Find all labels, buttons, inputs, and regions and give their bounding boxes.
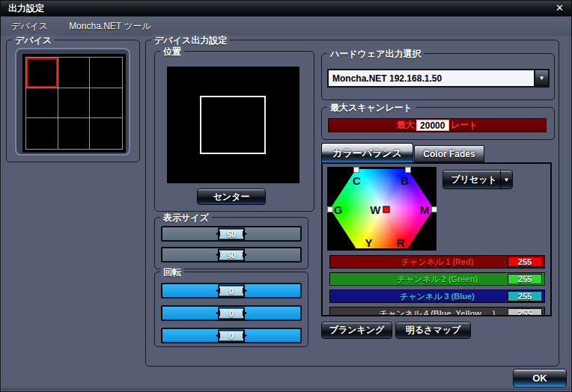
display-size-x-value[interactable]: 50	[218, 227, 245, 240]
device-group: デバイス	[6, 40, 140, 162]
channel-3-slider[interactable]: チャンネル 3 (Blue) 255	[329, 290, 545, 303]
rotation-slider-y[interactable]: 0	[161, 305, 302, 321]
display-size-y-value[interactable]: 50	[218, 248, 245, 261]
channel-2-slider[interactable]: チャンネル 2 (Green) 255	[329, 272, 545, 286]
rotation-z-value[interactable]: 0	[218, 329, 245, 342]
close-icon[interactable]: ✕	[556, 2, 564, 13]
channel-1-slider[interactable]: チャンネル 1 (Red) 255	[329, 255, 545, 269]
display-size-slider-y[interactable]: 50	[161, 247, 302, 263]
hardware-selected-value: Moncha.NET 192.168.1.50	[329, 70, 534, 86]
device-grid-area	[22, 54, 126, 153]
hex-label-green: G	[334, 203, 343, 216]
device-cell[interactable]	[90, 88, 122, 119]
channel-4-value[interactable]: 255	[508, 308, 542, 316]
display-size-slider-x[interactable]: 50	[161, 226, 302, 242]
scan-rate-group-title: 最大スキャンレート	[327, 102, 416, 114]
ok-button[interactable]: OK	[513, 369, 567, 388]
hex-label-red: R	[396, 236, 404, 248]
blanking-button[interactable]: ブランキング	[321, 322, 392, 339]
hex-handle-cyan[interactable]	[353, 167, 359, 173]
device-cell-selected[interactable]	[26, 58, 58, 88]
device-grid[interactable]	[25, 57, 123, 150]
rotation-group-title: 回転	[160, 266, 184, 279]
preset-dropdown-icon[interactable]: ▼	[500, 171, 512, 189]
hex-label-magenta: M	[420, 203, 430, 216]
output-frame[interactable]	[200, 96, 266, 154]
rotation-slider-x[interactable]: 0	[161, 283, 302, 298]
device-cell[interactable]	[26, 118, 58, 149]
hardware-group-title: ハードウェア出力選択	[327, 48, 424, 61]
center-button[interactable]: センター	[197, 189, 266, 205]
scan-rate-value[interactable]: 20000	[416, 120, 449, 131]
tab-color-fades[interactable]: Color Fades	[414, 145, 484, 162]
color-balance-panel: C B G W M Y R プリセット ▼ チャンネル 1 (Red) 255 …	[321, 162, 552, 316]
device-cell[interactable]	[90, 58, 122, 88]
rotation-slider-z[interactable]: 0	[161, 328, 302, 343]
preset-button-label: プリセット	[451, 174, 496, 186]
device-grid-frame	[15, 48, 130, 156]
window-title: 出力設定	[8, 2, 44, 15]
color-position-marker[interactable]	[383, 206, 389, 213]
device-group-title: デバイス	[12, 34, 55, 47]
menu-device[interactable]: デバイス	[1, 16, 58, 36]
chevron-down-icon[interactable]: ▼	[534, 70, 548, 86]
hex-handle-magenta[interactable]	[431, 206, 437, 212]
scan-rate-suffix: レート	[451, 119, 478, 132]
hardware-select[interactable]: Moncha.NET 192.168.1.50 ▼	[327, 69, 550, 88]
hex-label-yellow: Y	[365, 236, 372, 248]
output-settings-window: 出力設定 ✕ デバイス Moncha.NET ツール デバイス	[0, 0, 572, 392]
hex-handle-green[interactable]	[327, 206, 333, 212]
position-group-title: 位置	[160, 46, 184, 58]
color-hexagon-area[interactable]: C B G W M Y R	[327, 167, 436, 251]
scan-rate-slider[interactable]: 最大 20000 レート	[328, 118, 547, 132]
channel-2-value[interactable]: 255	[508, 274, 542, 284]
device-cell[interactable]	[90, 118, 122, 149]
hex-label-white: W	[370, 203, 380, 216]
brightness-map-button[interactable]: 明るさマップ	[395, 322, 471, 339]
device-cell[interactable]	[58, 58, 91, 88]
title-bar: 出力設定 ✕	[1, 1, 572, 16]
device-cell[interactable]	[26, 88, 58, 119]
menu-bar: デバイス Moncha.NET ツール	[1, 16, 572, 36]
position-pad[interactable]	[167, 67, 299, 183]
channel-4-slider[interactable]: チャンネル 4 (Blue, Yellow, ...) 255	[329, 307, 545, 316]
channel-3-value[interactable]: 255	[508, 291, 542, 301]
rotation-x-value[interactable]: 0	[218, 284, 245, 297]
tab-color-balance[interactable]: カラーバランス	[321, 143, 413, 162]
menu-moncha-tools[interactable]: Moncha.NET ツール	[58, 16, 162, 36]
display-size-group-title: 表示サイズ	[160, 212, 212, 224]
rotation-y-value[interactable]: 0	[218, 307, 245, 319]
hex-label-cyan: C	[353, 174, 361, 186]
color-hexagon[interactable]	[330, 169, 433, 248]
device-cell[interactable]	[58, 88, 91, 119]
channel-1-value[interactable]: 255	[508, 257, 542, 267]
scan-rate-prefix: 最大	[397, 119, 415, 132]
device-cell[interactable]	[58, 118, 91, 149]
preset-button[interactable]: プリセット ▼	[442, 170, 513, 189]
hex-label-blue: B	[401, 174, 409, 186]
hex-handle-blue[interactable]	[405, 167, 411, 173]
